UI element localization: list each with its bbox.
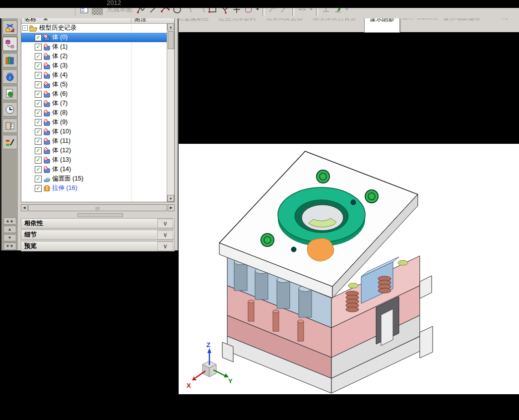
- body-feature-icon: [43, 119, 51, 126]
- hd3d-tools-icon: [5, 88, 15, 98]
- history-tab[interactable]: [2, 102, 17, 117]
- part-navigator-tab[interactable]: [2, 37, 17, 51]
- checkbox-checked-icon[interactable]: ✓: [35, 128, 42, 135]
- tree-row-body-2[interactable]: ✓ 体 (2): [21, 52, 167, 61]
- system-materials-tab[interactable]: [2, 135, 17, 149]
- svg-text:i: i: [9, 75, 10, 80]
- hd3d-tools-tab[interactable]: [2, 86, 17, 100]
- resource-bar-scroll-down-button[interactable]: ▼: [3, 234, 16, 241]
- checkbox-checked-icon[interactable]: ✓: [35, 34, 42, 41]
- body-feature-icon: [43, 44, 51, 51]
- scroll-left-icon[interactable]: ◀: [21, 204, 28, 211]
- checkbox-checked-icon[interactable]: ✓: [35, 44, 42, 51]
- body-feature-icon: [43, 100, 51, 107]
- tree-row-body-5[interactable]: ✓ 体 (5): [21, 80, 167, 89]
- tree-row-body-4[interactable]: ✓ 体 (4): [21, 70, 167, 80]
- scroll-right-icon[interactable]: ▶: [168, 204, 175, 211]
- preview-label: 预览: [21, 242, 157, 250]
- tree-vertical-scrollbar[interactable]: ▲ ▼: [167, 23, 174, 202]
- panel-splitter-handle[interactable]: [77, 213, 123, 217]
- tree-row-offset-face[interactable]: ✓ 偏置面 (15): [21, 174, 167, 183]
- body-feature-icon: [43, 91, 51, 98]
- tree-root-label: 模型历史记录: [39, 24, 76, 32]
- tree-label: 体 (1): [52, 43, 67, 51]
- chevron-down-icon[interactable]: ∨: [157, 230, 173, 240]
- graphics-viewport[interactable]: Z Y X: [179, 144, 519, 394]
- triad-y-label: Y: [228, 377, 233, 385]
- body-feature-icon: [43, 166, 51, 173]
- constraint-navigator-tab[interactable]: [2, 20, 17, 35]
- triad-x-label: X: [187, 382, 191, 389]
- body-feature-icon: [43, 157, 51, 164]
- checkbox-checked-icon[interactable]: ✓: [35, 53, 42, 60]
- tree-row-body-7[interactable]: ✓ 体 (7): [21, 99, 167, 108]
- tree-row-body-1[interactable]: ✓ 体 (1): [21, 42, 167, 52]
- checkbox-checked-icon[interactable]: ✓: [35, 147, 42, 154]
- dependencies-panel-bar[interactable]: 相依性 ∨: [21, 218, 175, 229]
- checkbox-checked-icon[interactable]: ✓: [35, 100, 42, 107]
- tree-label: 体 (2): [52, 52, 67, 60]
- checkbox-checked-icon[interactable]: ✓: [35, 185, 42, 192]
- scrollbar-thumb[interactable]: [168, 31, 174, 49]
- part-navigator-table: 名称 附注 − 模型历史记录 ✓ 体 (0): [21, 14, 175, 202]
- chevron-down-icon[interactable]: ∨: [157, 241, 173, 251]
- curve-more-caret-icon[interactable]: [256, 8, 259, 10]
- resource-bar: i ▲▲ ▲ ▼ ▼▼: [0, 0, 18, 250]
- collapse-expander-icon[interactable]: −: [22, 25, 28, 31]
- tree-row-body-10[interactable]: ✓ 体 (10): [21, 127, 167, 136]
- tree-label: 体 (0): [52, 33, 67, 42]
- roles-icon: [5, 121, 15, 131]
- checkbox-checked-icon[interactable]: ✓: [35, 119, 42, 126]
- scroll-up-icon[interactable]: ▲: [167, 23, 174, 30]
- chevron-down-icon[interactable]: ∨: [157, 219, 173, 228]
- dimension-caret-icon: [310, 8, 313, 10]
- tree-row-body-14[interactable]: ✓ 体 (14): [21, 165, 167, 174]
- checkbox-checked-icon[interactable]: ✓: [35, 62, 42, 69]
- tree-row-body-9[interactable]: ✓ 体 (9): [21, 118, 167, 127]
- reuse-library-icon: [5, 56, 15, 65]
- body-feature-icon: [43, 62, 51, 69]
- checkbox-checked-icon[interactable]: ✓: [35, 166, 42, 173]
- checkbox-checked-icon[interactable]: ✓: [35, 81, 42, 88]
- history-icon: [5, 105, 15, 115]
- tree-row-body-0[interactable]: ✓ 体 (0): [21, 33, 167, 42]
- tree-row-body-6[interactable]: ✓ 体 (6): [21, 89, 167, 99]
- tree-label: 体 (8): [52, 109, 67, 117]
- part-navigator-icon: [5, 39, 15, 49]
- resource-bar-scroll-top-button[interactable]: ▲▲: [3, 217, 16, 225]
- checkbox-checked-icon[interactable]: ✓: [35, 72, 42, 79]
- tree-row-body-3[interactable]: ✓ 体 (3): [21, 61, 167, 70]
- tree-row-body-11[interactable]: ✓ 体 (11): [21, 136, 167, 146]
- checkbox-checked-icon[interactable]: ✓: [35, 91, 42, 98]
- checkbox-checked-icon[interactable]: ✓: [35, 138, 42, 145]
- checkbox-checked-icon[interactable]: ✓: [35, 110, 42, 117]
- roles-tab[interactable]: [2, 119, 17, 133]
- tree-label: 体 (11): [52, 137, 70, 145]
- preview-panel-bar[interactable]: 预览 ∨: [21, 241, 175, 251]
- tree-label: 拉伸 (16): [52, 184, 77, 192]
- tree-row-extrude[interactable]: ✓ 拉伸 (16): [21, 183, 167, 193]
- offset-face-feature-icon: [43, 176, 51, 182]
- checkbox-checked-icon[interactable]: ✓: [35, 176, 42, 182]
- body-feature-icon: [43, 138, 51, 145]
- constraint-caret-icon: [345, 8, 348, 10]
- scrollbar-thumb[interactable]: |||: [28, 204, 167, 211]
- reuse-library-tab[interactable]: [2, 53, 17, 67]
- resource-bar-scroll-bottom-button[interactable]: ▼▼: [3, 242, 16, 250]
- tree-label: 体 (6): [52, 90, 67, 98]
- tree-row-body-12[interactable]: ✓ 体 (12): [21, 146, 167, 155]
- mold-assembly-model[interactable]: Z Y X: [179, 144, 519, 394]
- scroll-down-icon[interactable]: ▼: [167, 195, 174, 202]
- triad-z-label: Z: [206, 341, 210, 349]
- checkbox-checked-icon[interactable]: ✓: [35, 157, 42, 164]
- tree-label: 体 (13): [52, 156, 71, 164]
- tree-row-body-13[interactable]: ✓ 体 (13): [21, 155, 167, 165]
- watermark-text: 2012: [107, 0, 121, 6]
- system-materials-icon: [5, 137, 15, 147]
- details-panel-bar[interactable]: 细节 ∨: [21, 230, 175, 240]
- tree-row-body-8[interactable]: ✓ 体 (8): [21, 108, 167, 118]
- tree-horizontal-scrollbar[interactable]: ◀ ||| ▶: [21, 204, 175, 211]
- resource-bar-scroll-up-button[interactable]: ▲: [3, 226, 16, 233]
- web-browser-tab[interactable]: i: [2, 69, 17, 84]
- tree-root-row[interactable]: − 模型历史记录: [21, 23, 167, 33]
